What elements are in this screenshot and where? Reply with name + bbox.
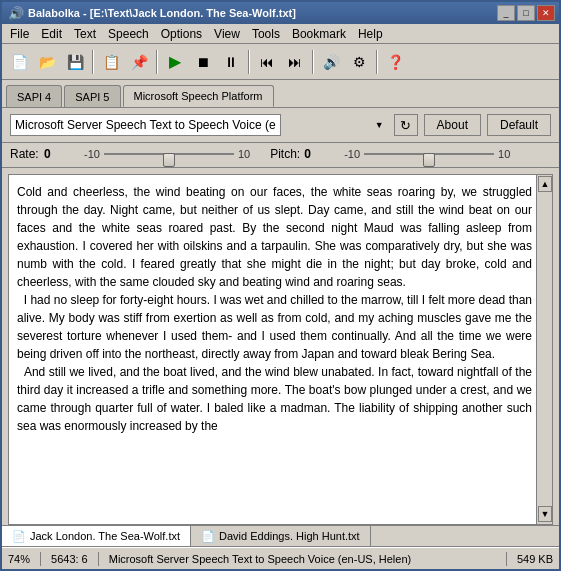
refresh-button[interactable]: ↻ [394, 114, 418, 136]
text-content[interactable]: Cold and cheerless, the wind beating on … [9, 175, 552, 524]
text-area-wrapper: Cold and cheerless, the wind beating on … [8, 174, 553, 525]
toolbar-copy[interactable]: 📋 [98, 49, 124, 75]
rate-track-group: -10 10 [84, 147, 250, 161]
menu-view[interactable]: View [208, 24, 246, 43]
rate-line [104, 153, 234, 155]
scroll-up-btn[interactable]: ▲ [538, 176, 552, 192]
default-button[interactable]: Default [487, 114, 551, 136]
menu-speech[interactable]: Speech [102, 24, 155, 43]
voice-area: Microsoft Server Speech Text to Speech V… [2, 108, 559, 143]
toolbar-sep2 [156, 50, 158, 74]
window-title: Balabolka - [E:\Text\Jack London. The Se… [28, 7, 296, 19]
rate-thumb[interactable] [163, 153, 175, 167]
toolbar-open[interactable]: 📂 [34, 49, 60, 75]
zoom-status: 74% [8, 553, 30, 565]
status-sep1 [40, 552, 41, 566]
pitch-label: Pitch: [270, 147, 300, 161]
toolbar-next[interactable]: ⏭ [282, 49, 308, 75]
toolbar-play[interactable]: ▶ [162, 49, 188, 75]
tabs-bar: SAPI 4 SAPI 5 Microsoft Speech Platform [2, 80, 559, 108]
rate-track[interactable] [104, 147, 234, 161]
toolbar-help2[interactable]: ❓ [382, 49, 408, 75]
menu-text[interactable]: Text [68, 24, 102, 43]
voice-select[interactable]: Microsoft Server Speech Text to Speech V… [10, 114, 281, 136]
rate-label: Rate: [10, 147, 40, 161]
doc-tabs: 📄 Jack London. The Sea-Wolf.txt 📄 David … [2, 525, 559, 547]
sliders-area: Rate: 0 -10 10 Pitch: 0 -10 10 [2, 143, 559, 168]
toolbar-save[interactable]: 💾 [62, 49, 88, 75]
toolbar-pause[interactable]: ⏸ [218, 49, 244, 75]
doc-tab-seawolf[interactable]: 📄 Jack London. The Sea-Wolf.txt [2, 526, 191, 546]
rate-value: 0 [44, 147, 64, 161]
scroll-down-btn[interactable]: ▼ [538, 506, 552, 522]
pitch-min: -10 [344, 148, 360, 160]
menu-options[interactable]: Options [155, 24, 208, 43]
toolbar-prev[interactable]: ⏮ [254, 49, 280, 75]
toolbar-stop[interactable]: ⏹ [190, 49, 216, 75]
menu-file[interactable]: File [4, 24, 35, 43]
doc-tab-icon-2: 📄 [201, 530, 215, 543]
menu-help[interactable]: Help [352, 24, 389, 43]
pitch-max: 10 [498, 148, 510, 160]
tab-sapi4[interactable]: SAPI 4 [6, 85, 62, 107]
scrollbar[interactable]: ▲ ▼ [536, 175, 552, 524]
tab-sapi5[interactable]: SAPI 5 [64, 85, 120, 107]
engine-status: Microsoft Server Speech Text to Speech V… [109, 553, 496, 565]
doc-tab-icon-1: 📄 [12, 530, 26, 543]
title-bar: 🔊 Balabolka - [E:\Text\Jack London. The … [2, 2, 559, 24]
pitch-line [364, 153, 494, 155]
status-sep3 [506, 552, 507, 566]
minimize-button[interactable]: _ [497, 5, 515, 21]
doc-tab-label-1: Jack London. The Sea-Wolf.txt [30, 530, 180, 542]
position-status: 5643: 6 [51, 553, 88, 565]
toolbar-settings[interactable]: ⚙ [346, 49, 372, 75]
menu-tools[interactable]: Tools [246, 24, 286, 43]
toolbar: 📄 📂 💾 📋 📌 ▶ ⏹ ⏸ ⏮ ⏭ 🔊 ⚙ ❓ [2, 44, 559, 80]
maximize-button[interactable]: □ [517, 5, 535, 21]
app-icon: 🔊 [8, 6, 24, 21]
about-button[interactable]: About [424, 114, 481, 136]
toolbar-sep5 [376, 50, 378, 74]
tab-ms-speech[interactable]: Microsoft Speech Platform [123, 85, 274, 107]
status-bar: 74% 5643: 6 Microsoft Server Speech Text… [2, 547, 559, 569]
menu-bar: File Edit Text Speech Options View Tools… [2, 24, 559, 44]
close-button[interactable]: ✕ [537, 5, 555, 21]
pitch-slider-group: Pitch: 0 [270, 147, 324, 161]
menu-edit[interactable]: Edit [35, 24, 68, 43]
pitch-track[interactable] [364, 147, 494, 161]
rate-slider-group: Rate: 0 [10, 147, 64, 161]
title-bar-left: 🔊 Balabolka - [E:\Text\Jack London. The … [8, 6, 296, 21]
menu-bookmark[interactable]: Bookmark [286, 24, 352, 43]
toolbar-export[interactable]: 🔊 [318, 49, 344, 75]
rate-min: -10 [84, 148, 100, 160]
status-sep2 [98, 552, 99, 566]
app-window: 🔊 Balabolka - [E:\Text\Jack London. The … [0, 0, 561, 571]
toolbar-sep1 [92, 50, 94, 74]
toolbar-new[interactable]: 📄 [6, 49, 32, 75]
title-controls: _ □ ✕ [497, 5, 555, 21]
size-status: 549 KB [517, 553, 553, 565]
pitch-value: 0 [304, 147, 324, 161]
toolbar-paste[interactable]: 📌 [126, 49, 152, 75]
toolbar-sep3 [248, 50, 250, 74]
pitch-track-group: -10 10 [344, 147, 510, 161]
toolbar-sep4 [312, 50, 314, 74]
book-text: Cold and cheerless, the wind beating on … [17, 185, 535, 433]
pitch-thumb[interactable] [423, 153, 435, 167]
voice-row: Microsoft Server Speech Text to Speech V… [10, 114, 551, 136]
doc-tab-label-2: David Eddings. High Hunt.txt [219, 530, 360, 542]
voice-select-wrapper: Microsoft Server Speech Text to Speech V… [10, 114, 388, 136]
rate-max: 10 [238, 148, 250, 160]
doc-tab-hunth[interactable]: 📄 David Eddings. High Hunt.txt [191, 526, 371, 546]
